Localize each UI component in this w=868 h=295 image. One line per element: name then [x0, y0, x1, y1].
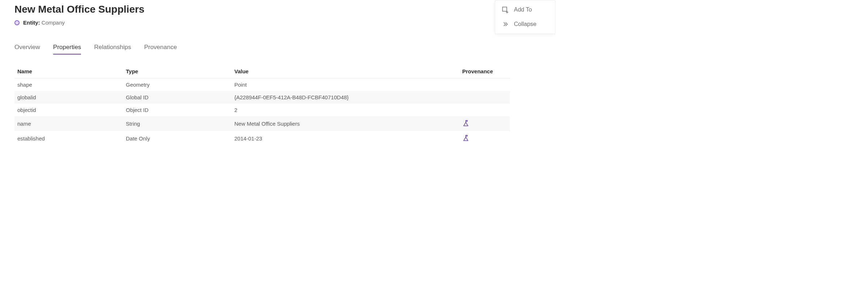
cell-name: objectid [14, 104, 123, 116]
cell-type: Date Only [123, 131, 231, 146]
cell-value: Point [231, 78, 459, 91]
add-to-button[interactable]: Add To [495, 3, 555, 17]
table-row[interactable]: objectidObject ID2 [14, 104, 510, 116]
col-header-type: Type [123, 65, 231, 78]
collapse-label: Collapse [514, 21, 536, 27]
tab-provenance[interactable]: Provenance [144, 44, 177, 55]
cell-type: String [123, 116, 231, 131]
page-title: New Metal Office Suppliers [14, 4, 541, 15]
table-row[interactable]: nameStringNew Metal Office Suppliers [14, 116, 510, 131]
provenance-icon[interactable] [462, 120, 469, 127]
cell-type: Global ID [123, 91, 231, 104]
cell-name: established [14, 131, 123, 146]
cell-provenance[interactable] [459, 116, 510, 131]
cell-provenance [459, 91, 510, 104]
collapse-button[interactable]: Collapse [495, 17, 555, 31]
collapse-icon [502, 21, 509, 28]
entity-row: Entity: Company [14, 19, 541, 26]
table-row[interactable]: establishedDate Only2014-01-23 [14, 131, 510, 146]
tabs: Overview Properties Relationships Proven… [14, 44, 541, 55]
entity-dot-icon [14, 20, 20, 25]
provenance-icon[interactable] [462, 134, 469, 142]
table-header-row: Name Type Value Provenance [14, 65, 510, 78]
cell-name: globalid [14, 91, 123, 104]
col-header-provenance: Provenance [459, 65, 510, 78]
col-header-value: Value [231, 65, 459, 78]
table-row[interactable]: globalidGlobal ID{A228944F-0EF5-412A-B48… [14, 91, 510, 104]
cell-provenance [459, 104, 510, 116]
tab-overview[interactable]: Overview [14, 44, 40, 55]
col-header-name: Name [14, 65, 123, 78]
tab-properties[interactable]: Properties [53, 44, 81, 55]
properties-table: Name Type Value Provenance shapeGeometry… [14, 65, 510, 146]
entity-value: Company [42, 19, 65, 26]
svg-marker-3 [464, 122, 468, 126]
cell-provenance [459, 78, 510, 91]
cell-name: name [14, 116, 123, 131]
actions-panel: Add To Collapse [495, 0, 556, 34]
cell-value: 2014-01-23 [231, 131, 459, 146]
add-to-icon [502, 6, 509, 13]
cell-value: {A228944F-0EF5-412A-B48D-FCBF40710D48} [231, 91, 459, 104]
cell-value: 2 [231, 104, 459, 116]
cell-value: New Metal Office Suppliers [231, 116, 459, 131]
svg-rect-0 [503, 7, 507, 12]
svg-marker-5 [464, 137, 468, 141]
cell-type: Object ID [123, 104, 231, 116]
cell-type: Geometry [123, 78, 231, 91]
cell-name: shape [14, 78, 123, 91]
entity-label: Entity: [23, 19, 40, 26]
table-row[interactable]: shapeGeometryPoint [14, 78, 510, 91]
add-to-label: Add To [514, 6, 532, 13]
header-section: New Metal Office Suppliers Entity: Compa… [14, 4, 541, 26]
tab-relationships[interactable]: Relationships [94, 44, 131, 55]
cell-provenance[interactable] [459, 131, 510, 146]
